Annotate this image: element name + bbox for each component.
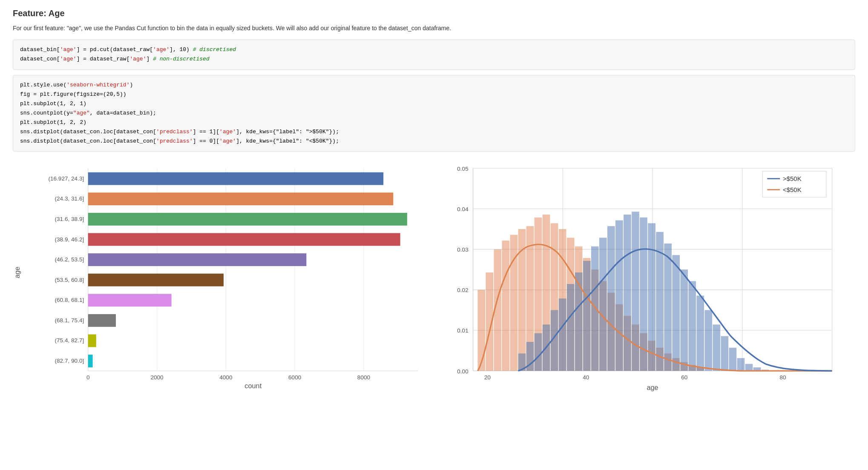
svg-text:(38.9, 46.2]: (38.9, 46.2]: [55, 236, 84, 243]
svg-rect-28: [88, 314, 116, 327]
svg-text:(24.3, 31.6]: (24.3, 31.6]: [55, 196, 84, 202]
svg-text:age: age: [647, 384, 658, 391]
svg-rect-30: [88, 335, 96, 347]
charts-container: age count 0 2000 4000 6000 8000 (16.927,…: [13, 157, 855, 401]
svg-rect-32: [88, 355, 93, 367]
svg-text:(16.927, 24.3]: (16.927, 24.3]: [48, 175, 84, 182]
svg-text:(82.7, 90.0]: (82.7, 90.0]: [55, 358, 84, 364]
bar-chart-container: age count 0 2000 4000 6000 8000 (16.927,…: [13, 157, 430, 401]
svg-rect-96: [607, 226, 615, 371]
svg-rect-111: [729, 348, 737, 371]
svg-text:80: 80: [779, 375, 786, 381]
svg-text:60: 60: [681, 375, 688, 381]
page-description: For our first feature: "age", we use the…: [13, 23, 855, 33]
svg-rect-16: [88, 193, 394, 206]
svg-rect-110: [721, 336, 729, 371]
svg-rect-113: [745, 364, 753, 371]
svg-text:0.04: 0.04: [457, 206, 468, 212]
svg-rect-24: [88, 274, 224, 287]
svg-text:age: age: [13, 267, 21, 278]
svg-text:0: 0: [86, 375, 90, 381]
svg-text:0.03: 0.03: [457, 246, 468, 253]
svg-rect-109: [713, 325, 721, 371]
svg-text:0.00: 0.00: [457, 368, 468, 375]
svg-rect-90: [559, 298, 566, 371]
svg-text:(60.8, 68.1]: (60.8, 68.1]: [55, 297, 84, 304]
svg-text:count: count: [244, 382, 262, 390]
svg-rect-103: [664, 244, 672, 371]
bar-chart: age count 0 2000 4000 6000 8000 (16.927,…: [13, 157, 430, 400]
svg-text:(53.5, 60.8]: (53.5, 60.8]: [55, 277, 84, 283]
svg-rect-107: [696, 296, 704, 371]
svg-rect-57: [477, 290, 485, 371]
code-block-1: dataset_bin['age'] = pd.cut(dataset_raw[…: [13, 40, 855, 69]
svg-rect-108: [704, 310, 712, 371]
svg-rect-18: [88, 213, 407, 226]
svg-rect-87: [535, 333, 542, 371]
svg-rect-20: [88, 233, 400, 246]
svg-text:(75.4, 82.7]: (75.4, 82.7]: [55, 338, 84, 344]
svg-text:>$50K: >$50K: [783, 175, 802, 182]
svg-rect-94: [591, 246, 599, 371]
page-title: Feature: Age: [13, 9, 855, 18]
svg-rect-95: [599, 238, 607, 371]
svg-text:0.02: 0.02: [457, 287, 468, 293]
svg-text:6000: 6000: [288, 375, 302, 381]
svg-text:8000: 8000: [357, 375, 371, 381]
svg-rect-60: [502, 241, 510, 371]
svg-rect-93: [583, 261, 591, 371]
svg-rect-104: [672, 255, 680, 371]
svg-text:<$50K: <$50K: [783, 186, 802, 193]
dist-chart: 0.00 0.01 0.02 0.03 0.04 0.05 20 40 60 8…: [438, 157, 855, 400]
svg-text:0.05: 0.05: [457, 166, 468, 172]
svg-rect-97: [615, 221, 623, 371]
code-block-2: plt.style.use('seaborn-whitegrid') fig =…: [13, 75, 855, 152]
svg-text:2000: 2000: [150, 375, 164, 381]
dist-chart-container: 0.00 0.01 0.02 0.03 0.04 0.05 20 40 60 8…: [438, 157, 855, 401]
svg-rect-14: [88, 172, 383, 185]
svg-text:4000: 4000: [219, 375, 233, 381]
svg-text:(31.6, 38.9]: (31.6, 38.9]: [55, 216, 84, 222]
svg-rect-26: [88, 294, 172, 307]
svg-rect-106: [688, 281, 696, 371]
svg-text:(46.2, 53.5]: (46.2, 53.5]: [55, 256, 84, 263]
svg-text:20: 20: [484, 375, 491, 381]
svg-rect-101: [648, 224, 655, 371]
svg-rect-91: [567, 284, 575, 371]
svg-rect-22: [88, 253, 307, 266]
svg-text:40: 40: [583, 375, 589, 381]
svg-text:0.01: 0.01: [457, 328, 468, 334]
svg-rect-105: [680, 269, 688, 371]
svg-text:(68.1, 75.4]: (68.1, 75.4]: [55, 317, 84, 324]
svg-rect-112: [737, 358, 745, 371]
svg-rect-98: [624, 215, 631, 371]
